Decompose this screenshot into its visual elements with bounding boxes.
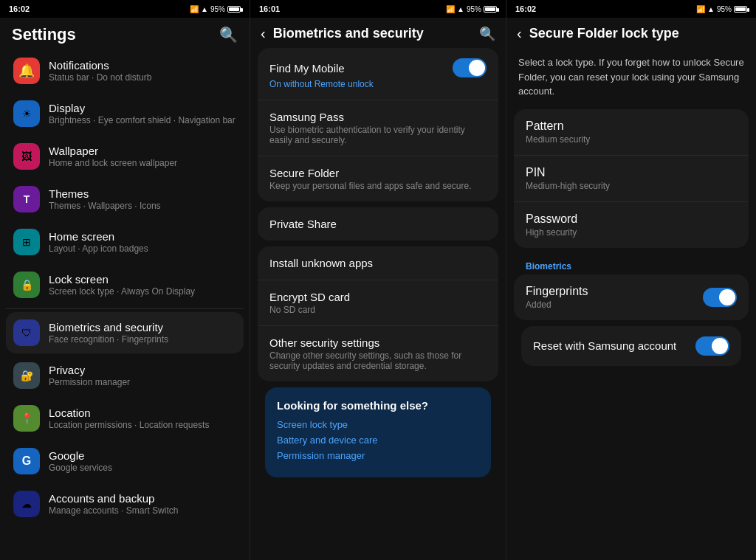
biometrics-label: Biometrics and security	[49, 321, 236, 333]
screen-lock-type-link[interactable]: Screen lock type	[277, 419, 479, 430]
sidebar-item-privacy[interactable]: 🔐 Privacy Permission manager	[6, 355, 244, 396]
back-button-biometrics[interactable]: ‹	[261, 25, 266, 42]
settings-header: Settings 🔍	[0, 18, 250, 50]
themes-label: Themes	[49, 187, 236, 200]
status-icons-1: 📶 ▲ 95%	[190, 5, 241, 13]
password-sub: High security	[526, 227, 737, 238]
location-text: Location Location permissions · Location…	[49, 407, 236, 430]
fingerprints-sub: Added	[526, 300, 588, 310]
notifications-text: Notifications Status bar · Do not distur…	[49, 59, 236, 83]
home-sub: Layout · App icon badges	[49, 243, 236, 254]
home-label: Home screen	[49, 230, 236, 243]
sidebar-item-notifications[interactable]: 🔔 Notifications Status bar · Do not dist…	[6, 50, 244, 91]
pin-sub: Medium-high security	[526, 181, 737, 191]
settings-panel: 16:02 📶 ▲ 95% Settings 🔍 🔔 Notifications…	[0, 0, 250, 560]
biometrics-card-3: Install unknown apps Encrypt SD card No …	[258, 246, 498, 381]
install-unknown-item[interactable]: Install unknown apps	[258, 246, 498, 280]
biometrics-search-button[interactable]: 🔍	[479, 26, 495, 42]
notifications-icon: 🔔	[13, 58, 40, 84]
battery-device-care-link[interactable]: Battery and device care	[277, 435, 479, 446]
status-time-3: 16:02	[515, 4, 536, 13]
biometrics-text: Biometrics and security Face recognition…	[49, 321, 236, 345]
fingerprints-toggle[interactable]	[703, 288, 737, 307]
google-icon: G	[13, 448, 40, 474]
encrypt-sd-item[interactable]: Encrypt SD card No SD card	[258, 280, 498, 325]
biometrics-section-label: Biometrics	[514, 254, 749, 274]
lock-text: Lock screen Screen lock type · Always On…	[49, 273, 236, 297]
permission-manager-link[interactable]: Permission manager	[277, 450, 479, 461]
secure-folder-item[interactable]: Secure Folder Keep your personal files a…	[258, 156, 498, 201]
pattern-sub: Medium security	[526, 134, 737, 145]
private-share-item[interactable]: Private Share	[258, 207, 498, 241]
google-label: Google	[49, 449, 236, 462]
accounts-sub: Manage accounts · Smart Switch	[49, 505, 236, 516]
sidebar-item-wallpaper[interactable]: 🖼 Wallpaper Home and lock screen wallpap…	[6, 136, 244, 177]
display-label: Display	[49, 102, 236, 114]
battery-text-1: 95%	[210, 5, 225, 13]
private-share-label: Private Share	[269, 218, 487, 230]
wallpaper-label: Wallpaper	[49, 145, 236, 157]
sidebar-item-biometrics[interactable]: 🛡 Biometrics and security Face recogniti…	[6, 312, 244, 353]
biometrics-card-2: Private Share	[258, 207, 498, 241]
find-my-mobile-toggle[interactable]	[453, 58, 487, 77]
location-label: Location	[49, 407, 236, 419]
reset-label: Reset with Samsung account	[533, 339, 676, 352]
sidebar-item-accounts[interactable]: ☁ Accounts and backup Manage accounts · …	[6, 483, 244, 525]
fingerprints-item[interactable]: Fingerprints Added	[514, 274, 749, 320]
fingerprints-label: Fingerprints	[526, 285, 588, 298]
divider-1	[6, 308, 244, 309]
password-label: Password	[526, 212, 737, 226]
sidebar-item-display[interactable]: ☀ Display Brightness · Eye comfort shiel…	[6, 93, 244, 134]
privacy-sub: Permission manager	[49, 377, 236, 387]
other-security-sub: Change other security settings, such as …	[269, 350, 487, 371]
battery-bar-1	[227, 6, 241, 13]
battery-bar-2	[484, 6, 497, 13]
pin-item[interactable]: PIN Medium-high security	[514, 156, 749, 202]
fingerprints-card: Fingerprints Added	[514, 274, 749, 320]
password-item[interactable]: Password High security	[514, 202, 749, 248]
biometrics-page-title: Biometrics and security	[273, 26, 472, 41]
home-icon: ⊞	[13, 229, 40, 255]
wifi-icon-3: ▲	[707, 5, 715, 13]
status-time-1: 16:02	[9, 4, 30, 13]
wallpaper-icon: 🖼	[13, 143, 40, 170]
sidebar-item-home-screen[interactable]: ⊞ Home screen Layout · App icon badges	[6, 221, 244, 263]
install-unknown-label: Install unknown apps	[269, 257, 487, 269]
wifi-icon-2: ▲	[457, 5, 464, 13]
secure-folder-panel: 16:02 📶 ▲ 95% ‹ Secure Folder lock type …	[506, 0, 756, 560]
secure-description: Select a lock type. If you forget how to…	[506, 48, 756, 109]
settings-search-button[interactable]: 🔍	[219, 26, 238, 44]
biometrics-panel: 16:01 📶 ▲ 95% ‹ Biometrics and security …	[250, 0, 506, 560]
find-my-mobile-item[interactable]: Find My Mobile On without Remote unlock	[258, 48, 498, 100]
home-text: Home screen Layout · App icon badges	[49, 230, 236, 254]
sidebar-item-themes[interactable]: T Themes Themes · Wallpapers · Icons	[6, 179, 244, 220]
status-bar-2: 16:01 📶 ▲ 95%	[250, 0, 506, 18]
reset-toggle[interactable]	[695, 336, 729, 356]
back-button-secure[interactable]: ‹	[517, 25, 522, 42]
status-bar-3: 16:02 📶 ▲ 95%	[506, 0, 756, 18]
samsung-pass-item[interactable]: Samsung Pass Use biometric authenticatio…	[258, 100, 498, 156]
signal-icon-2: 📶	[446, 5, 455, 13]
secure-folder-label: Secure Folder	[269, 167, 487, 179]
display-sub: Brightness · Eye comfort shield · Naviga…	[49, 115, 236, 125]
accounts-icon: ☁	[13, 491, 40, 517]
status-bar-1: 16:02 📶 ▲ 95%	[0, 0, 250, 18]
find-my-mobile-row: Find My Mobile	[269, 58, 487, 77]
status-time-2: 16:01	[259, 4, 280, 13]
sidebar-item-google[interactable]: G Google Google services	[6, 440, 244, 482]
other-security-label: Other security settings	[269, 336, 487, 349]
sidebar-item-location[interactable]: 📍 Location Location permissions · Locati…	[6, 398, 244, 439]
lock-types-card: Pattern Medium security PIN Medium-high …	[514, 109, 749, 248]
location-sub: Location permissions · Location requests	[49, 420, 236, 430]
encrypt-sd-label: Encrypt SD card	[269, 291, 487, 303]
pattern-item[interactable]: Pattern Medium security	[514, 109, 749, 156]
signal-icon-3: 📶	[696, 5, 705, 13]
secure-list: Pattern Medium security PIN Medium-high …	[506, 109, 756, 561]
settings-title: Settings	[12, 25, 76, 44]
other-security-item[interactable]: Other security settings Change other sec…	[258, 325, 498, 381]
pin-label: PIN	[526, 166, 737, 179]
sidebar-item-lock-screen[interactable]: 🔒 Lock screen Screen lock type · Always …	[6, 264, 244, 305]
display-text: Display Brightness · Eye comfort shield …	[49, 102, 236, 125]
battery-bar-3	[734, 6, 747, 13]
looking-card: Looking for something else? Screen lock …	[265, 387, 491, 477]
